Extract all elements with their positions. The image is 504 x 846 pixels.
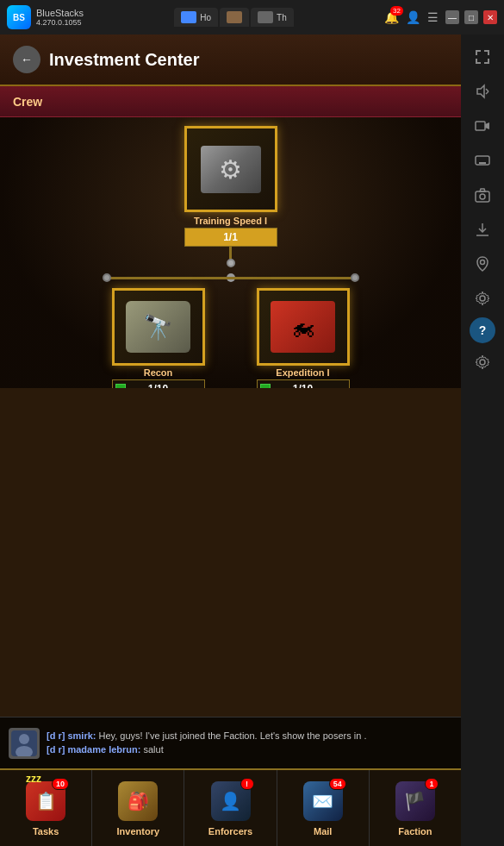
- sidebar-gear-icon[interactable]: [467, 347, 498, 378]
- tab-profile[interactable]: [220, 8, 249, 27]
- nav-enforcers[interactable]: 👤 ! Enforcers: [184, 770, 277, 846]
- chat-text-1: Hey, guys! I've just joined the Faction.…: [99, 730, 367, 741]
- svg-rect-10: [488, 59, 489, 64]
- bluestacks-branding: BS BlueStacks 4.270.0.1055: [7, 5, 84, 29]
- sidebar-camera-icon[interactable]: [467, 179, 498, 210]
- sidebar-fullscreen-icon[interactable]: [467, 41, 498, 72]
- notification-badge: 32: [390, 6, 403, 16]
- sidebar-video-icon[interactable]: [467, 110, 498, 141]
- minimize-button[interactable]: —: [445, 10, 459, 24]
- training-icon-symbol: ⚙: [219, 154, 242, 185]
- sidebar-location-icon[interactable]: [467, 248, 498, 279]
- page-header: ← Investment Center: [0, 34, 461, 86]
- training-speed-frame[interactable]: ⚙: [184, 126, 277, 212]
- svg-point-1: [19, 734, 29, 744]
- expedition-label: Expedition I: [276, 366, 329, 379]
- chat-messages: [d r] smirk: Hey, guys! I've just joined…: [47, 730, 452, 756]
- back-button[interactable]: ←: [13, 46, 40, 73]
- nav-inventory[interactable]: 🎒 Inventory: [92, 770, 184, 846]
- inventory-icon-wrap: 🎒: [116, 780, 159, 823]
- node-expedition[interactable]: 🏍 Expedition I 1/10: [257, 288, 350, 388]
- inventory-label: Inventory: [117, 826, 160, 837]
- expedition-progress-indicator: [260, 384, 271, 388]
- sidebar-download-icon[interactable]: [467, 214, 498, 245]
- svg-point-29: [480, 360, 485, 365]
- training-speed-progress: 1/1: [184, 228, 277, 247]
- sidebar-volume-icon[interactable]: [467, 76, 498, 107]
- skill-tree-scroll[interactable]: ⚙ Training Speed I 1/1: [0, 117, 461, 600]
- training-speed-text: 1/1: [223, 231, 238, 243]
- menu-icon[interactable]: ☰: [427, 10, 439, 24]
- svg-point-28: [480, 296, 485, 301]
- recon-progress-text: 1/10: [148, 383, 168, 388]
- volume-svg: [474, 83, 491, 100]
- expedition-symbol: 🏍: [291, 313, 315, 342]
- chat-avatar-icon: [11, 730, 37, 756]
- sidebar-help-icon[interactable]: ?: [470, 317, 495, 343]
- skill-tree: ⚙ Training Speed I 1/1: [0, 117, 461, 388]
- enforcers-icon-wrap: 👤 !: [209, 780, 252, 823]
- back-icon: ←: [21, 53, 33, 66]
- mail-badge: 54: [329, 778, 346, 790]
- bluestacks-name: BlueStacks: [36, 8, 84, 18]
- maximize-button[interactable]: □: [464, 10, 478, 24]
- svg-marker-11: [477, 85, 484, 97]
- node-training-speed[interactable]: ⚙ Training Speed I 1/1: [184, 126, 277, 247]
- nav-tasks[interactable]: 📋 zzz 10 Tasks: [0, 770, 92, 846]
- bottom-nav: 📋 zzz 10 Tasks 🎒 Inventory 👤 ! Enforcers: [0, 768, 461, 846]
- mail-label: Mail: [314, 826, 332, 837]
- faction-label: Faction: [398, 826, 432, 837]
- recon-symbol: 🔭: [143, 313, 173, 342]
- connector-row1-row2: [227, 247, 235, 267]
- sidebar-settings-icon[interactable]: [467, 283, 498, 314]
- h-line-left: [106, 277, 231, 279]
- app-tabs: Ho Th: [174, 8, 293, 27]
- home-tab-icon: [181, 11, 196, 23]
- expedition-icon: 🏍: [271, 301, 335, 353]
- svg-rect-6: [488, 50, 489, 55]
- tasks-icon-wrap: 📋 zzz 10: [24, 780, 67, 823]
- notification-icon[interactable]: 🔔 32: [384, 10, 399, 24]
- training-speed-label: Training Speed I: [194, 214, 267, 228]
- game-tab-icon: [258, 11, 273, 23]
- account-icon[interactable]: 👤: [406, 10, 420, 24]
- training-speed-icon: ⚙: [201, 146, 261, 193]
- recon-label: Recon: [144, 366, 173, 379]
- recon-frame[interactable]: 🔭: [112, 288, 205, 366]
- bluestacks-logo: BS: [7, 5, 31, 29]
- tab-home-label: Ho: [200, 13, 211, 22]
- crew-tab[interactable]: Crew: [0, 86, 461, 117]
- node-recon[interactable]: 🔭 Recon 1/10: [112, 288, 205, 388]
- help-symbol: ?: [479, 323, 487, 337]
- tab-home[interactable]: Ho: [174, 8, 218, 27]
- chat-message-1: [d r] smirk: Hey, guys! I've just joined…: [47, 730, 452, 743]
- tasks-zzz: zzz: [26, 773, 41, 785]
- svg-marker-24: [480, 189, 485, 191]
- chat-bar: [d r] smirk: Hey, guys! I've just joined…: [0, 717, 461, 768]
- location-svg: [474, 255, 491, 273]
- h-connector-row2: [106, 267, 356, 288]
- window-controls: — □ ✕: [445, 10, 497, 24]
- tab-game[interactable]: Th: [251, 8, 294, 27]
- close-button[interactable]: ✕: [483, 10, 497, 24]
- top-bar: BS BlueStacks 4.270.0.1055 Ho Th 🔔 32 👤 …: [0, 0, 504, 34]
- h-left-dot: [103, 273, 111, 282]
- nav-mail[interactable]: ✉️ 54 Mail: [277, 770, 370, 846]
- row-top: ⚙ Training Speed I 1/1: [184, 126, 277, 247]
- chat-text-2: salut: [143, 744, 163, 755]
- expedition-frame[interactable]: 🏍: [257, 288, 350, 366]
- page-title: Investment Center: [49, 50, 200, 70]
- chat-sender-2: [d r] madame lebrun:: [47, 744, 143, 755]
- video-svg: [474, 117, 491, 135]
- bluestacks-version: 4.270.0.1055: [36, 18, 84, 27]
- faction-badge: 1: [425, 778, 439, 790]
- sidebar-keyboard-icon[interactable]: [467, 145, 498, 176]
- recon-icon: 🔭: [126, 301, 190, 353]
- svg-line-13: [486, 91, 488, 94]
- skill-tree-inner: ⚙ Training Speed I 1/1: [9, 126, 452, 388]
- gear-svg: [474, 354, 491, 371]
- nav-faction[interactable]: 🏴 1 Faction: [370, 770, 461, 846]
- download-svg: [474, 221, 491, 238]
- h-right-dot: [351, 273, 359, 282]
- right-sidebar: ?: [461, 34, 504, 846]
